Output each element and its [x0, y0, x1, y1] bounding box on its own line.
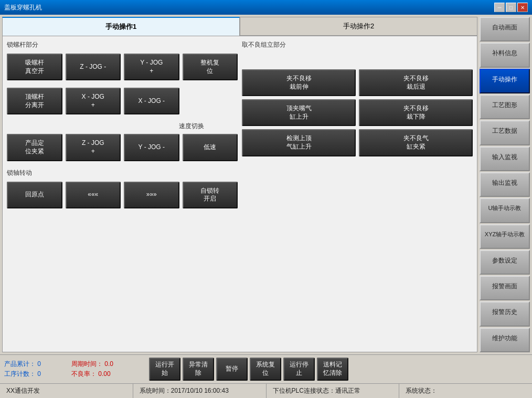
sys-time-text: 系统时间：2017/10/10 16:00:43 [140, 386, 229, 395]
x-jog-minus-btn[interactable]: X - JOG - [124, 88, 179, 114]
maximize-button[interactable]: □ [506, 3, 516, 12]
action-buttons: 运行开 始 异常清 除 暂停 系统复 位 运行停 止 送料记 忆清除 [149, 358, 528, 381]
right-nav-panel: 自动画面 补料信息 手动操作 工艺图形 工艺数据 输入监视 输出监视 U轴手动示… [480, 15, 532, 354]
fwd-btn[interactable]: »»» [124, 182, 179, 208]
plc-status-segment: 下位机PLC连接状态：通讯正常 [267, 384, 400, 398]
tab-manual2[interactable]: 手动操作2 [240, 17, 477, 36]
run-stop-btn[interactable]: 运行停 止 [283, 358, 315, 381]
reset-btn[interactable]: 整机复 位 [183, 54, 238, 80]
feed-clear-btn[interactable]: 送料记 忆清除 [317, 358, 348, 381]
company-segment: XX通信开发 [0, 384, 133, 398]
sys-reset-btn[interactable]: 系统复 位 [250, 358, 281, 381]
plc-status-text: 下位机PLC连接状态：通讯正常 [273, 386, 360, 395]
sys-status-text: 系统状态： [406, 386, 437, 395]
main-content: 手动操作1 手动操作2 锁螺杆部分 吸螺杆 真空开 Z - JOG - Y - … [0, 15, 532, 354]
window-title: 盖板穿螺孔机 [4, 3, 42, 12]
screw-section: 锁螺杆部分 吸螺杆 真空开 Z - JOG - Y - JOG + 整机复 位 … [7, 40, 238, 348]
tab-manual1[interactable]: 手动操作1 [2, 17, 240, 36]
bad-clamp-btn[interactable]: 夹不良气 缸夹紧 [359, 129, 473, 156]
home-btn[interactable]: 回原点 [7, 182, 62, 208]
top-separate-btn[interactable]: 顶螺杆 分离开 [7, 88, 62, 114]
nav-u-manual[interactable]: U轴手动示教 [480, 198, 530, 223]
product-count: 产品累计： 0 [4, 360, 67, 369]
nav-alarm-history[interactable]: 报警历史 [480, 301, 530, 326]
status-counts: 产品累计： 0 工序计数： 0 [4, 360, 67, 379]
x-jog-plus-btn[interactable]: X - JOG + [66, 88, 121, 114]
spindle-label: 锁轴转动 [7, 169, 238, 177]
screw-section-label: 锁螺杆部分 [7, 40, 238, 49]
period-time: 周期时间： 0.0 [71, 360, 145, 369]
nav-maintain[interactable]: 维护功能 [480, 328, 530, 352]
nav-auto[interactable]: 自动画面 [480, 17, 530, 41]
period-info: 周期时间： 0.0 不良率： 0.00 [71, 360, 145, 379]
bad-down-btn[interactable]: 夹不良移 栽下降 [359, 99, 473, 126]
nav-xyz-manual[interactable]: XYZ轴手动示教 [480, 224, 530, 249]
nav-output-monitor[interactable]: 输出监视 [480, 172, 530, 197]
z-jog-minus-btn[interactable]: Z - JOG - [66, 54, 121, 80]
company-text: XX通信开发 [6, 386, 40, 395]
pos-clamp-btn[interactable]: 产品定 位夹紧 [7, 134, 62, 161]
work-area: 锁螺杆部分 吸螺杆 真空开 Z - JOG - Y - JOG + 整机复 位 … [2, 36, 477, 352]
close-button[interactable]: ✕ [517, 3, 528, 12]
z-jog-plus-btn[interactable]: Z - JOG + [66, 134, 121, 161]
tab-bar: 手动操作1 手动操作2 [2, 17, 477, 36]
status-bar: 产品累计： 0 工序计数： 0 周期时间： 0.0 不良率： 0.00 运行开 … [0, 354, 532, 383]
nav-process-data[interactable]: 工艺数据 [480, 120, 530, 145]
speed-label: 速度切换 [145, 122, 238, 131]
bad-extend-btn[interactable]: 夹不良移 栽前伸 [242, 69, 356, 96]
nav-param-set[interactable]: 参数设定 [480, 250, 530, 275]
rev-btn[interactable]: ««« [66, 182, 121, 208]
nav-supplement[interactable]: 补料信息 [480, 43, 530, 67]
pause-btn[interactable]: 暂停 [216, 358, 248, 381]
title-bar: 盖板穿螺孔机 ─ □ ✕ [0, 0, 532, 15]
nav-input-monitor[interactable]: 输入监视 [480, 146, 530, 171]
window-controls: ─ □ ✕ [494, 3, 528, 12]
process-count: 工序计数： 0 [4, 370, 67, 379]
defect-rate: 不良率： 0.00 [71, 370, 145, 379]
vac-open-btn[interactable]: 吸螺杆 真空开 [7, 54, 62, 80]
minimize-button[interactable]: ─ [494, 3, 505, 12]
run-start-btn[interactable]: 运行开 始 [149, 358, 180, 381]
top-clamp-up-btn[interactable]: 顶夹嘴气 缸上升 [242, 99, 356, 126]
nav-alarm-screen[interactable]: 报警画面 [480, 276, 530, 300]
bad-retract-btn[interactable]: 夹不良移 栽后退 [359, 69, 473, 96]
y-jog-minus-btn[interactable]: Y - JOG - [124, 134, 179, 161]
nav-manual[interactable]: 手动操作 [480, 69, 530, 93]
defect-section: 取不良组立部分 夹不良移 栽前伸 夹不良移 栽后退 顶夹嘴气 缸上升 夹不良移 … [242, 40, 473, 348]
detect-up-btn[interactable]: 检测上顶 气缸上升 [242, 129, 356, 156]
left-panel: 手动操作1 手动操作2 锁螺杆部分 吸螺杆 真空开 Z - JOG - Y - … [0, 15, 480, 354]
clear-error-btn[interactable]: 异常清 除 [183, 358, 214, 381]
lock-rotate-btn[interactable]: 自锁转 开启 [183, 182, 238, 208]
sys-status-segment: 系统状态： [399, 384, 532, 398]
nav-process-diagram[interactable]: 工艺图形 [480, 95, 530, 119]
defect-section-label: 取不良组立部分 [242, 40, 473, 49]
y-jog-plus-btn[interactable]: Y - JOG + [124, 54, 179, 80]
info-bar: XX通信开发 系统时间：2017/10/10 16:00:43 下位机PLC连接… [0, 383, 532, 398]
low-speed-btn[interactable]: 低速 [183, 134, 238, 161]
sys-time-segment: 系统时间：2017/10/10 16:00:43 [133, 384, 267, 398]
